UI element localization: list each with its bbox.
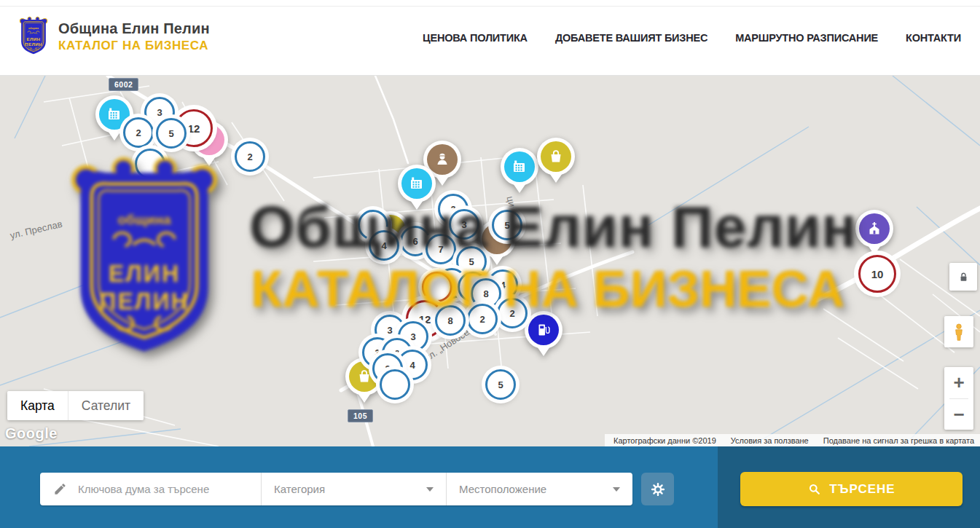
search-section: Категория Местоположение ТЪРСЕНЕ	[0, 446, 980, 528]
svg-text:ПЕЛИН: ПЕЛИН	[25, 42, 42, 47]
gear-icon	[650, 481, 666, 497]
map-canvas[interactable]: 6002105ул. Преславбул. „Новоселция 31225…	[0, 76, 980, 446]
google-logo[interactable]: Google	[5, 425, 58, 442]
fuel-icon	[535, 321, 552, 339]
header: община ЕЛИН ПЕЛИН Община Елин Пелин КАТА…	[0, 0, 980, 76]
fuel-pin[interactable]	[525, 311, 562, 359]
pencil-icon	[53, 482, 67, 496]
factory-pin[interactable]	[398, 165, 436, 213]
site-title: Община Елин Пелин	[58, 20, 210, 37]
chevron-down-icon	[613, 487, 620, 492]
nav-contacts[interactable]: КОНТАКТИ	[906, 32, 961, 44]
chevron-down-icon	[426, 487, 434, 492]
bag-pin[interactable]	[537, 138, 575, 186]
cluster-marker[interactable]	[135, 149, 165, 179]
cluster-marker[interactable]: 10	[858, 255, 896, 293]
category-label: Категория	[274, 483, 325, 495]
cluster-marker[interactable]: 5	[492, 210, 522, 240]
cluster-marker[interactable]: 7	[426, 234, 456, 264]
svg-text:ЕЛИН: ЕЛИН	[27, 36, 41, 42]
svg-text:община: община	[28, 27, 39, 30]
search-button[interactable]: ТЪРСЕНЕ	[740, 472, 963, 506]
zoom-control: + −	[944, 367, 973, 430]
cluster-marker[interactable]: 2	[467, 304, 498, 334]
worker-icon	[434, 151, 451, 168]
zoom-in-button[interactable]: +	[944, 367, 973, 398]
cluster-marker[interactable]	[422, 272, 452, 302]
map-attribution: Картографски данни ©2019 Условия за полз…	[605, 434, 980, 446]
keyword-field	[40, 473, 261, 505]
road-badge: 6002	[109, 78, 138, 91]
cluster-marker[interactable]: 2	[235, 141, 265, 172]
location-select[interactable]: Местоположение	[446, 473, 632, 505]
site-subtitle: КАТАЛОГ НА БИЗНЕСА	[58, 39, 210, 53]
church-icon	[866, 220, 883, 237]
road-badge: 105	[348, 409, 373, 422]
settings-button[interactable]	[641, 473, 674, 505]
cluster-marker[interactable]: 4	[369, 230, 399, 261]
map-view-button[interactable]: Карта	[7, 391, 68, 420]
nav-add-your-business[interactable]: ДОБАВЕТЕ ВАШИЯТ БИЗНЕС	[555, 32, 707, 44]
nav-pricing-policy[interactable]: ЦЕНОВА ПОЛИТИКА	[423, 32, 528, 44]
factory-icon	[106, 106, 123, 123]
cluster-marker[interactable]	[380, 369, 410, 400]
report-map-error-link[interactable]: Подаване на сигнал за грешка в картата	[823, 436, 974, 445]
cluster-marker[interactable]: 8	[435, 305, 466, 336]
cluster-marker[interactable]: 5	[485, 369, 516, 400]
cluster-marker[interactable]: 2	[123, 117, 154, 148]
pegman-button[interactable]	[944, 316, 973, 347]
attribution-text: Картографски данни ©2019	[614, 436, 716, 445]
nav-route-schedule[interactable]: МАРШРУТНО РАЗПИСАНИЕ	[735, 32, 878, 44]
search-button-label: ТЪРСЕНЕ	[829, 482, 895, 497]
satellite-view-button[interactable]: Сателит	[68, 391, 144, 420]
map-type-control: Карта Сателит	[7, 391, 144, 420]
cluster-marker[interactable]: 5	[156, 118, 187, 149]
location-label: Местоположение	[459, 483, 546, 495]
lock-button[interactable]	[949, 263, 977, 291]
pegman-icon	[949, 321, 968, 343]
search-icon	[807, 482, 821, 496]
site-logo[interactable]: община ЕЛИН ПЕЛИН Община Елин Пелин КАТА…	[17, 15, 210, 58]
cluster-marker[interactable]: 2	[497, 298, 528, 328]
factory-icon	[511, 158, 528, 176]
cluster-marker[interactable]: 3	[449, 209, 479, 240]
keyword-input[interactable]	[77, 482, 247, 496]
bag-icon	[547, 148, 565, 165]
bag-icon	[356, 368, 373, 385]
factory-icon	[408, 175, 426, 192]
lock-icon	[957, 271, 970, 283]
main-nav: ЦЕНОВА ПОЛИТИКА ДОБАВЕТЕ ВАШИЯТ БИЗНЕС М…	[423, 0, 961, 75]
terms-link[interactable]: Условия за ползване	[731, 436, 809, 445]
church-pin[interactable]	[855, 210, 893, 258]
category-select[interactable]: Категория	[261, 473, 446, 505]
zoom-out-button[interactable]: −	[944, 399, 973, 430]
search-input-group: Категория Местоположение	[40, 473, 632, 505]
factory-pin[interactable]	[501, 148, 538, 196]
municipality-crest-icon: община ЕЛИН ПЕЛИН	[17, 15, 50, 58]
